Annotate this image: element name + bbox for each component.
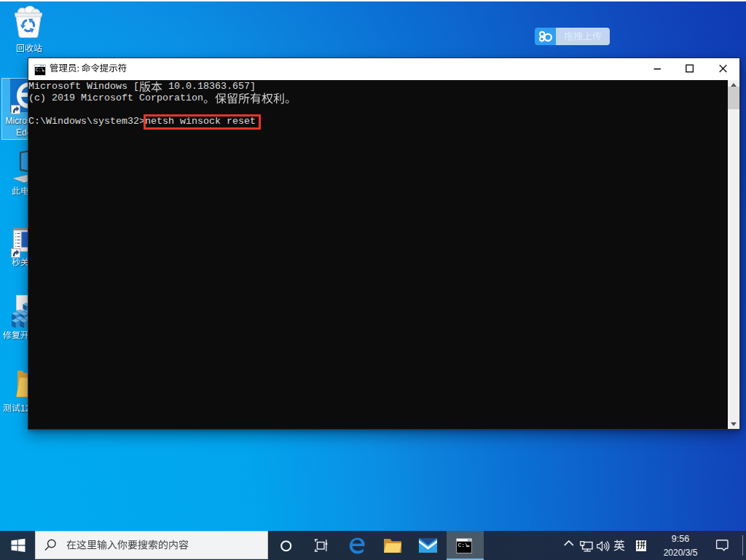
svg-text:C:\: C:\: [36, 68, 44, 73]
svg-text:C:\: C:\: [458, 542, 469, 548]
